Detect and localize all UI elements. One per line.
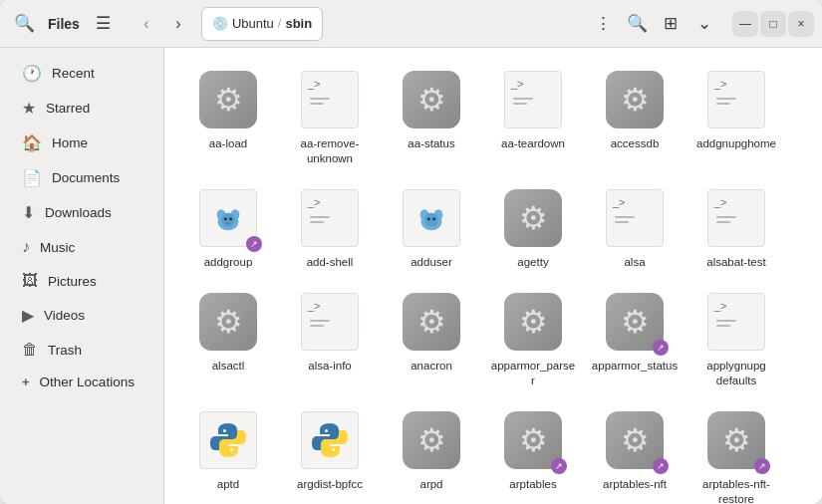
search-button[interactable]: 🔍 (8, 8, 40, 40)
file-item[interactable]: _> applygnupg defaults (688, 282, 784, 394)
breadcrumb-location[interactable]: Ubuntu (232, 16, 274, 31)
sidebar-label-downloads: Downloads (45, 205, 112, 220)
file-icon-wrap: ↗ (196, 186, 260, 250)
file-item[interactable]: ↗ arptables (485, 400, 581, 504)
breadcrumb[interactable]: 💿 Ubuntu / sbin (201, 7, 323, 41)
file-item[interactable]: aa-status (384, 60, 479, 172)
sidebar-item-starred[interactable]: ★ Starred (6, 92, 157, 125)
sidebar: 🕐 Recent ★ Starred 🏠 Home 📄 Documents ⬇ … (0, 48, 164, 504)
forward-button[interactable]: › (163, 9, 193, 39)
file-item[interactable]: _> add-shell (282, 178, 378, 276)
files-grid: aa-load _> aa-remove-unknown (180, 60, 806, 504)
file-name: addgnupghome (696, 136, 776, 151)
file-icon-wrap (196, 408, 260, 472)
file-icon-wrap: _> (704, 290, 768, 354)
file-item[interactable]: agetty (485, 178, 581, 276)
svg-point-15 (325, 429, 328, 432)
python-svg (309, 419, 351, 461)
file-item[interactable]: _> addgnupghome (688, 60, 784, 172)
file-icon-wrap: ↗ (704, 408, 768, 472)
svg-point-6 (225, 221, 230, 225)
main-content: 🕐 Recent ★ Starred 🏠 Home 📄 Documents ⬇ … (0, 48, 822, 504)
more-options-button[interactable]: ⋮ (587, 8, 619, 40)
file-name: accessdb (611, 136, 660, 151)
file-item[interactable]: _> aa-remove-unknown (282, 60, 378, 172)
file-icon-wrap: _> (501, 68, 565, 131)
file-item[interactable]: aa-load (180, 60, 276, 172)
sidebar-item-documents[interactable]: 📄 Documents (6, 161, 157, 194)
back-button[interactable]: ‹ (132, 9, 161, 39)
hamburger-menu-button[interactable]: ☰ (88, 8, 120, 40)
terminal-icon: _> (707, 189, 765, 247)
sidebar-item-pictures[interactable]: 🖼 Pictures (6, 265, 157, 297)
view-grid-icon: ⊞ (664, 13, 678, 34)
file-name: aa-teardown (501, 136, 565, 151)
file-item[interactable]: _> alsa-info (282, 282, 378, 394)
file-item[interactable]: ↗ addgroup (180, 178, 276, 276)
minimize-icon: — (739, 17, 751, 31)
recent-icon: 🕐 (22, 64, 42, 83)
file-item[interactable]: arpd (384, 400, 479, 504)
svg-point-5 (229, 217, 232, 220)
sidebar-item-videos[interactable]: ▶ Videos (6, 299, 157, 332)
forward-icon: › (175, 15, 180, 33)
file-name: arptables-nft-restore (692, 477, 780, 504)
file-icon-wrap: _> (298, 290, 362, 354)
file-item[interactable]: ↗ arptables-nft-restore (688, 400, 784, 504)
file-item[interactable]: apparmor_parser (485, 282, 581, 394)
file-name: arptables-nft (603, 477, 667, 492)
file-item[interactable]: _> alsabat-test (688, 178, 784, 276)
terminal-icon: _> (301, 189, 359, 247)
file-item[interactable]: alsactl (180, 282, 276, 394)
svg-point-4 (224, 217, 227, 220)
python-icon (301, 411, 359, 469)
file-item[interactable]: anacron (384, 282, 479, 394)
maximize-button[interactable]: □ (760, 11, 786, 37)
sidebar-item-downloads[interactable]: ⬇ Downloads (6, 196, 157, 229)
symlink-badge: ↗ (653, 340, 669, 356)
gear-icon (403, 411, 460, 469)
music-icon: ♪ (22, 238, 30, 256)
file-name: agetty (517, 255, 548, 270)
view-toggle-button[interactable]: ⊞ (655, 8, 686, 40)
file-name: alsactl (212, 359, 245, 374)
file-item[interactable]: ↗ apparmor_status (587, 282, 683, 394)
sidebar-item-recent[interactable]: 🕐 Recent (6, 57, 157, 90)
svg-point-13 (223, 429, 226, 432)
file-item[interactable]: _> alsa (587, 178, 683, 276)
sidebar-item-other-locations[interactable]: + Other Locations (6, 368, 157, 396)
file-item[interactable]: accessdb (587, 60, 683, 172)
sidebar-label-other-locations: Other Locations (40, 375, 135, 389)
file-item[interactable]: aptd (180, 400, 276, 504)
header-actions: ⋮ 🔍 ⊞ ⌄ (587, 8, 720, 40)
sidebar-item-trash[interactable]: 🗑 Trash (6, 334, 157, 366)
file-name: applygnupg defaults (692, 359, 780, 388)
file-item[interactable]: argdist-bpfcc (282, 400, 378, 504)
file-name: argdist-bpfcc (297, 477, 363, 492)
view-options-button[interactable]: ⌄ (688, 8, 720, 40)
animal-icon (403, 189, 460, 247)
gear-icon (504, 293, 562, 351)
minimize-button[interactable]: — (732, 11, 758, 37)
file-icon-wrap (501, 186, 565, 250)
navigation-buttons: ‹ › (132, 9, 193, 39)
close-button[interactable]: × (788, 11, 814, 37)
sidebar-label-videos: Videos (44, 308, 85, 323)
breadcrumb-folder[interactable]: sbin (285, 16, 312, 31)
file-icon-wrap (501, 290, 565, 354)
file-item[interactable]: adduser (384, 178, 479, 276)
file-item[interactable]: _> aa-teardown (485, 60, 581, 172)
sidebar-item-home[interactable]: 🏠 Home (6, 126, 157, 159)
app-title: Files (48, 16, 80, 32)
file-icon-wrap (400, 186, 463, 250)
file-icon-wrap: _> (704, 186, 768, 250)
downloads-icon: ⬇ (22, 203, 35, 222)
sidebar-label-trash: Trash (48, 343, 82, 358)
file-item[interactable]: ↗ arptables-nft (587, 400, 683, 504)
sidebar-item-music[interactable]: ♪ Music (6, 231, 157, 263)
search-location-button[interactable]: 🔍 (621, 8, 653, 40)
file-icon-wrap: _> (298, 186, 362, 250)
starred-icon: ★ (22, 99, 36, 118)
terminal-icon: _> (301, 71, 359, 128)
sidebar-label-recent: Recent (52, 66, 95, 81)
